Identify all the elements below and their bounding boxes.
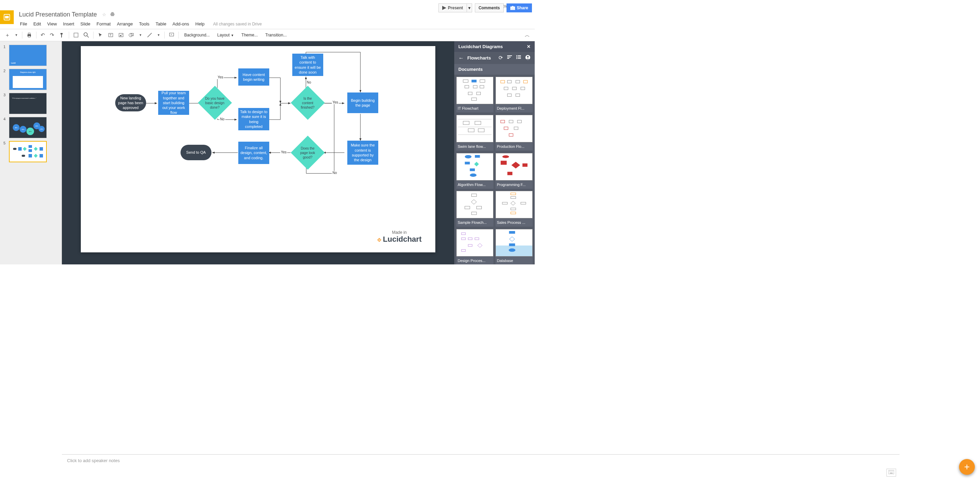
svg-rect-39 [463, 80, 468, 83]
textbox-icon[interactable]: T [106, 31, 116, 39]
menu-edit[interactable]: Edit [30, 20, 44, 28]
present-button[interactable]: Present [438, 3, 467, 13]
image-icon[interactable] [116, 31, 126, 39]
menu-addons[interactable]: Add-ons [170, 20, 192, 28]
slides-logo[interactable] [0, 10, 14, 24]
select-tool-icon[interactable] [95, 31, 105, 39]
slide-thumbnail-2[interactable]: Diagrams done right [9, 69, 47, 90]
close-icon[interactable]: ✕ [527, 44, 531, 49]
slide-thumbnail-3[interactable]: "If I'm trying to recommend a solution..… [9, 93, 47, 114]
svg-marker-101 [509, 237, 515, 242]
svg-marker-82 [471, 200, 477, 205]
menu-insert[interactable]: Insert [60, 20, 77, 28]
menu-table[interactable]: Table [153, 20, 169, 28]
line-dropdown[interactable]: ▼ [155, 32, 162, 38]
document-title[interactable]: Lucid Presentation Template [17, 10, 99, 19]
svg-rect-98 [468, 245, 473, 246]
move-to-drive-icon[interactable] [110, 12, 115, 17]
svg-point-35 [517, 58, 517, 59]
svg-rect-46 [477, 92, 481, 95]
svg-rect-1 [5, 16, 9, 18]
flowchart-diagram: New landing page has been approved Pull … [115, 46, 435, 253]
sort-icon[interactable] [507, 55, 512, 61]
svg-rect-100 [509, 231, 515, 234]
svg-marker-78 [511, 162, 520, 168]
redo-icon[interactable]: ↷ [48, 31, 56, 39]
menu-format[interactable]: Format [94, 20, 113, 28]
svg-point-75 [470, 173, 477, 177]
menu-help[interactable]: Help [192, 20, 207, 28]
toolbar: ＋ ▼ ↶ ↷ T ▼ ▼ + Background... Layout ▼ T… [0, 29, 535, 41]
menu-tools[interactable]: Tools [136, 20, 152, 28]
slide-canvas[interactable]: New landing page has been approved Pull … [62, 41, 454, 264]
svg-rect-93 [461, 233, 466, 235]
menu-arrange[interactable]: Arrange [114, 20, 135, 28]
refresh-icon[interactable]: ⟳ [499, 55, 503, 61]
svg-rect-83 [465, 206, 470, 209]
svg-marker-88 [511, 202, 515, 206]
node-content-writing: Have content begin writing [238, 68, 269, 86]
doc-card[interactable]: Swim lane flow... [456, 115, 493, 151]
zoom-fit-icon[interactable] [71, 31, 81, 39]
new-slide-dropdown[interactable]: ▼ [13, 32, 20, 38]
made-in-label: Made in ⟐Lucidchart [377, 230, 422, 244]
svg-point-31 [517, 56, 517, 56]
menu-file[interactable]: File [17, 20, 30, 28]
svg-rect-91 [511, 208, 516, 210]
comment-icon[interactable]: + [167, 31, 177, 39]
shape-dropdown[interactable]: ▼ [137, 32, 144, 38]
layout-option[interactable]: Layout ▼ [214, 31, 237, 39]
node-talk-content: Talk with content to ensure it will be d… [292, 54, 323, 76]
share-button[interactable]: Share [506, 3, 532, 13]
new-slide-button[interactable]: ＋ [3, 31, 12, 40]
doc-card[interactable]: IT Flowchart [456, 77, 493, 113]
collapse-toolbar-icon[interactable]: ︿ [523, 31, 532, 40]
print-icon[interactable] [24, 31, 34, 39]
svg-rect-45 [468, 92, 473, 95]
present-dropdown[interactable]: ▾ [467, 3, 472, 13]
menu-view[interactable]: View [45, 20, 59, 28]
zoom-icon[interactable] [81, 31, 91, 39]
present-label: Present [448, 5, 463, 10]
svg-rect-67 [504, 127, 508, 130]
doc-card[interactable]: Algorithm Flow... [456, 153, 493, 189]
svg-rect-54 [521, 87, 525, 90]
star-icon[interactable]: ☆ [102, 12, 106, 17]
theme-option[interactable]: Theme... [238, 31, 261, 39]
comments-button[interactable]: Comments [475, 3, 504, 13]
edge-label-yes: Yes [217, 75, 224, 79]
svg-rect-77 [501, 161, 507, 165]
doc-card[interactable]: Design Proces... [456, 229, 493, 264]
svg-rect-79 [522, 163, 528, 167]
svg-text:+: + [170, 33, 172, 36]
doc-card[interactable]: Programming F... [495, 153, 533, 189]
svg-line-18 [148, 33, 152, 37]
transition-option[interactable]: Transition... [262, 31, 290, 39]
line-icon[interactable] [145, 31, 154, 39]
svg-rect-80 [508, 172, 513, 175]
undo-icon[interactable]: ↶ [38, 31, 47, 39]
doc-card[interactable]: Deployment Fl... [495, 77, 533, 113]
svg-rect-85 [471, 212, 477, 215]
slide-thumbnail-4[interactable]: 38% 45% 46% 63% 43% [9, 117, 47, 138]
menu-slide[interactable]: Slide [78, 20, 93, 28]
list-icon[interactable] [516, 55, 521, 61]
current-slide[interactable]: New landing page has been approved Pull … [81, 46, 435, 253]
slide-thumbnail-5[interactable] [9, 141, 47, 162]
doc-card[interactable]: Sample Flowch... [456, 191, 493, 227]
back-icon[interactable]: ← [458, 55, 464, 61]
doc-card[interactable]: Production Flo... [495, 115, 533, 151]
svg-rect-99 [461, 250, 466, 252]
shape-icon[interactable] [127, 31, 136, 39]
svg-rect-8 [74, 33, 78, 37]
doc-card[interactable]: Database [495, 229, 533, 264]
svg-point-70 [465, 155, 472, 158]
edge-label-no: No [306, 81, 312, 84]
account-icon[interactable] [525, 55, 531, 61]
background-option[interactable]: Background... [181, 31, 213, 39]
paint-format-icon[interactable] [57, 31, 67, 39]
doc-card[interactable]: Sales Process ... [495, 191, 533, 227]
svg-rect-48 [501, 81, 505, 83]
svg-rect-74 [470, 168, 475, 171]
slide-thumbnail-1[interactable]: Lucid [9, 45, 47, 66]
